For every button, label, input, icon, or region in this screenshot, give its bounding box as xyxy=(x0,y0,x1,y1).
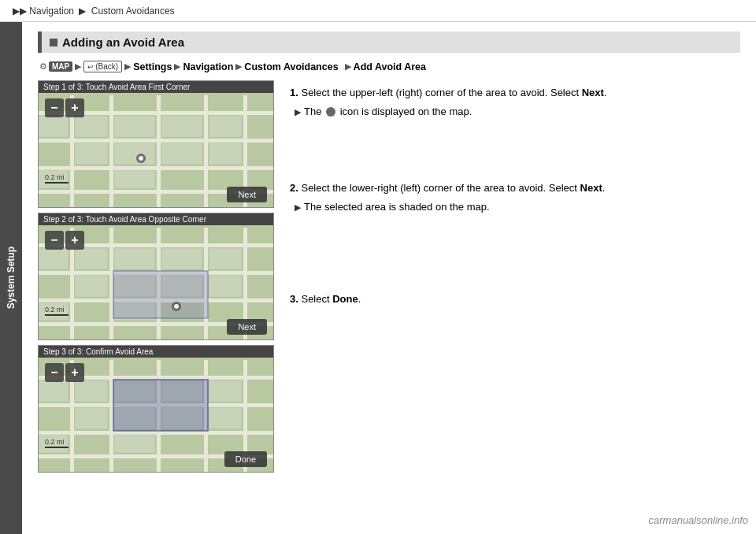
scale-label-3: 0.2 mi xyxy=(45,438,65,446)
nav-arrow-3: ▶ xyxy=(174,61,180,72)
step-3-number: 3. xyxy=(290,293,298,305)
svg-rect-62 xyxy=(209,407,242,429)
step-1-bold: Next xyxy=(582,87,604,98)
svg-rect-13 xyxy=(114,170,155,188)
svg-rect-63 xyxy=(39,380,69,402)
svg-rect-65 xyxy=(113,380,208,431)
settings-icon: ⚙ xyxy=(39,61,47,72)
zoom-control-1: − + xyxy=(45,98,84,117)
done-btn[interactable]: Done xyxy=(224,451,267,467)
navigation-label: Navigation xyxy=(183,61,233,72)
section-icon xyxy=(50,39,57,46)
step-3-bold: Done xyxy=(332,293,358,305)
zoom-control-3: − + xyxy=(45,363,84,382)
sidebar: System Setup xyxy=(0,22,22,534)
scale-line-2 xyxy=(45,314,69,316)
zoom-plus-1[interactable]: + xyxy=(65,98,84,117)
map-icon xyxy=(326,107,335,117)
nav-arrow-1: ▶ xyxy=(75,61,81,72)
svg-rect-7 xyxy=(204,95,208,207)
zoom-minus-1[interactable]: − xyxy=(45,98,64,117)
svg-rect-33 xyxy=(114,248,155,269)
svg-rect-15 xyxy=(161,143,202,165)
step-3-text-before: Select xyxy=(301,293,332,305)
scale-label-2: 0.2 mi xyxy=(45,306,65,313)
breadcrumb-navigation: Navigation xyxy=(29,6,74,17)
svg-rect-32 xyxy=(75,275,108,297)
instructions-col: 1. Select the upper-left (right) corner … xyxy=(290,80,740,473)
two-col-layout: Step 1 of 3: Touch Avoid Area First Corn… xyxy=(38,80,740,473)
nav-arrow-4: ▶ xyxy=(235,61,242,72)
back-icon: ↩ xyxy=(87,63,94,71)
svg-point-44 xyxy=(174,304,179,309)
svg-rect-31 xyxy=(75,248,108,269)
step-1-text2: . xyxy=(604,87,607,98)
step-1-bullet-text: The icon is displayed on the map. xyxy=(304,104,472,120)
svg-rect-10 xyxy=(75,143,108,165)
scale-bar-2: 0.2 mi xyxy=(45,306,69,316)
instruction-step-1: 1. Select the upper-left (right) corner … xyxy=(290,85,740,119)
nav-path: ⚙ MAP ▶ ↩ (Back) ▶ Settings ▶ Navigation… xyxy=(38,61,740,72)
watermark: carmanualsonline.info xyxy=(649,514,748,526)
step-1-text: Select the upper-left (right) corner of … xyxy=(301,87,606,98)
step-2-bullet-text: The selected area is shaded on the map. xyxy=(304,199,490,215)
back-badge: ↩ (Back) xyxy=(83,61,122,72)
svg-rect-40 xyxy=(39,248,69,269)
step-2-number: 2. xyxy=(290,182,298,194)
zoom-plus-2[interactable]: + xyxy=(65,231,84,250)
scale-line-3 xyxy=(45,447,69,448)
scale-line-1 xyxy=(45,182,69,184)
step-3-text2: . xyxy=(358,293,361,305)
svg-rect-11 xyxy=(114,116,155,137)
bullet-arrow-1: ▶ xyxy=(295,106,301,119)
step-2-text2: . xyxy=(602,182,606,194)
svg-rect-38 xyxy=(209,248,242,269)
svg-point-21 xyxy=(139,156,143,161)
svg-rect-5 xyxy=(109,95,113,207)
instruction-step-3: 3. Select Done. xyxy=(290,291,740,307)
svg-rect-55 xyxy=(75,407,108,429)
svg-rect-6 xyxy=(157,95,161,207)
svg-rect-9 xyxy=(75,116,108,137)
zoom-minus-3[interactable]: − xyxy=(45,363,64,382)
scale-bar-3: 0.2 mi xyxy=(45,438,69,448)
svg-rect-54 xyxy=(75,380,108,402)
svg-rect-36 xyxy=(161,248,202,269)
step-1-bullet: ▶ The icon is displayed on the map. xyxy=(290,104,740,120)
sidebar-label: System Setup xyxy=(6,247,17,309)
settings-label: Settings xyxy=(133,61,172,72)
instruction-step-2: 2. Select the lower-right (left) corner … xyxy=(290,180,740,214)
svg-rect-16 xyxy=(209,116,242,137)
screenshot-3: Step 3 of 3: Confirm Avoid Area xyxy=(38,345,274,473)
next-btn-1[interactable]: Next xyxy=(227,187,267,202)
step-3-text: Select Done. xyxy=(301,293,361,305)
next-btn-2[interactable]: Next xyxy=(227,319,267,335)
screenshot-1: Step 1 of 3: Touch Avoid Area First Corn… xyxy=(38,80,274,208)
screenshot-3-header: Step 3 of 3: Confirm Avoid Area xyxy=(39,346,273,358)
svg-rect-18 xyxy=(39,116,69,137)
zoom-plus-3[interactable]: + xyxy=(65,363,84,382)
svg-rect-12 xyxy=(114,143,155,165)
svg-rect-42 xyxy=(113,271,208,318)
section-title: Adding an Avoid Area xyxy=(62,35,184,49)
breadcrumb-arrow1: ▶ xyxy=(79,6,86,17)
svg-rect-14 xyxy=(161,116,202,137)
breadcrumb-custom: Custom Avoidances xyxy=(91,6,175,17)
step-2-text-before: Select the lower-right (left) corner of … xyxy=(301,182,580,194)
scale-bar-1: 0.2 mi xyxy=(45,173,69,184)
section-header: Adding an Avoid Area xyxy=(38,32,740,53)
step-2-bold: Next xyxy=(580,182,602,194)
custom-avoidances-label: Custom Avoidances xyxy=(244,61,338,72)
main-content: Adding an Avoid Area ⚙ MAP ▶ ↩ (Back) ▶ … xyxy=(22,22,756,534)
screenshot-1-header: Step 1 of 3: Touch Avoid Area First Corn… xyxy=(39,81,273,93)
step-1-text-before: Select the upper-left (right) corner of … xyxy=(301,87,581,98)
svg-rect-39 xyxy=(209,275,242,297)
svg-rect-61 xyxy=(209,380,242,402)
screenshot-2-header: Step 2 of 3: Touch Avoid Area Opposite C… xyxy=(39,213,273,225)
nav-arrow-5: ▶ xyxy=(345,61,351,72)
screenshots-col: Step 1 of 3: Touch Avoid Area First Corn… xyxy=(38,80,274,473)
svg-rect-17 xyxy=(209,143,242,165)
zoom-minus-2[interactable]: − xyxy=(45,231,64,250)
step-2-bullet: ▶ The selected area is shaded on the map… xyxy=(290,199,740,215)
svg-rect-58 xyxy=(114,435,155,453)
